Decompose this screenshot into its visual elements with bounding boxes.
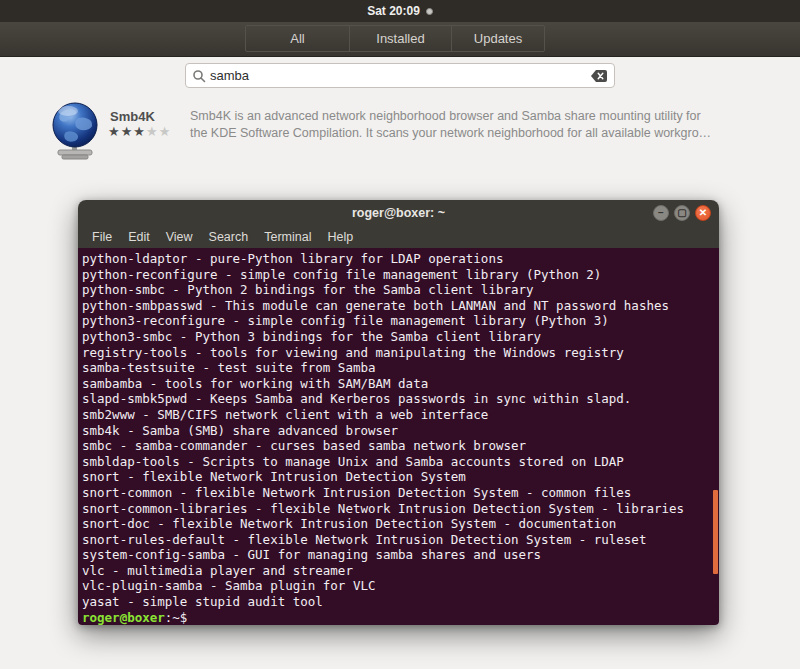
search-input[interactable] xyxy=(206,68,591,83)
terminal-output-line: snort-rules-default - flexible Network I… xyxy=(82,532,719,548)
maximize-button[interactable]: ▢ xyxy=(674,205,690,221)
terminal-output-line: snort-common - flexible Network Intrusio… xyxy=(82,485,719,501)
rating-stars: ★★★★★ xyxy=(108,124,171,139)
star-icon: ★ xyxy=(133,124,146,139)
terminal-output-line: python3-smbc - Python 3 bindings for the… xyxy=(82,329,719,345)
tab-updates[interactable]: Updates xyxy=(451,26,544,51)
view-switcher: AllInstalledUpdates xyxy=(245,25,545,52)
terminal-scrollbar-thumb[interactable] xyxy=(713,490,718,574)
terminal-output-line: python-smbpasswd - This module can gener… xyxy=(82,298,719,314)
tab-installed[interactable]: Installed xyxy=(349,26,451,51)
search-box[interactable] xyxy=(185,63,615,88)
terminal-output-line: slapd-smbk5pwd - Keeps Samba and Kerbero… xyxy=(82,391,719,407)
app-description-line1: Smb4K is an advanced network neighborhoo… xyxy=(190,108,750,125)
menu-file[interactable]: File xyxy=(84,230,120,244)
star-icon: ★ xyxy=(159,124,172,139)
star-icon: ★ xyxy=(121,124,134,139)
desktop: Sat 20:09 AllInstalledUpdates xyxy=(0,0,800,669)
prompt-path-symbol: :~$ xyxy=(165,610,195,625)
terminal-output-line: snort-common-libraries - flexible Networ… xyxy=(82,501,719,517)
terminal-output-line: smbc - samba-commander - curses based sa… xyxy=(82,438,719,454)
app-description-line2: the KDE Software Compilation. It scans y… xyxy=(190,125,750,142)
search-icon xyxy=(192,69,206,83)
terminal-output-line: registry-tools - tools for viewing and m… xyxy=(82,345,719,361)
menu-edit[interactable]: Edit xyxy=(120,230,158,244)
terminal-output-line: sambamba - tools for working with SAM/BA… xyxy=(82,376,719,392)
smb4k-app-icon xyxy=(48,100,102,164)
status-indicator-icon xyxy=(426,8,433,15)
app-description: Smb4K is an advanced network neighborhoo… xyxy=(190,108,750,142)
terminal-prompt: roger@boxer:~$ xyxy=(82,610,719,625)
terminal-output-line: snort - flexible Network Intrusion Detec… xyxy=(82,469,719,485)
search-result-row[interactable]: Smb4K ★★★★★ Smb4K is an advanced network… xyxy=(40,98,770,162)
tab-all[interactable]: All xyxy=(246,26,349,51)
terminal-output-line: smbldap-tools - Scripts to manage Unix a… xyxy=(82,454,719,470)
window-controls: − ▢ ✕ xyxy=(653,205,711,221)
terminal-body[interactable]: python-ldaptor - pure-Python library for… xyxy=(78,248,719,625)
clock: Sat 20:09 xyxy=(367,4,420,18)
app-name: Smb4K xyxy=(110,109,155,124)
terminal-output-line: yasat - simple stupid audit tool xyxy=(82,594,719,610)
terminal-menu-bar: FileEditViewSearchTerminalHelp xyxy=(78,226,719,248)
terminal-output-line: smb2www - SMB/CIFS network client with a… xyxy=(82,407,719,423)
terminal-output-line: python-smbc - Python 2 bindings for the … xyxy=(82,282,719,298)
terminal-window: roger@boxer: ~ − ▢ ✕ FileEditViewSearchT… xyxy=(78,200,719,625)
close-button[interactable]: ✕ xyxy=(695,205,711,221)
star-icon: ★ xyxy=(146,124,159,139)
terminal-title-bar[interactable]: roger@boxer: ~ − ▢ ✕ xyxy=(78,200,719,226)
menu-terminal[interactable]: Terminal xyxy=(256,230,319,244)
minimize-button[interactable]: − xyxy=(653,205,669,221)
terminal-output-line: snort-doc - flexible Network Intrusion D… xyxy=(82,516,719,532)
menu-view[interactable]: View xyxy=(158,230,201,244)
terminal-output-line: vlc - multimedia player and streamer xyxy=(82,563,719,579)
terminal-output-line: python3-reconfigure - simple config file… xyxy=(82,313,719,329)
terminal-output-line: system-config-samba - GUI for managing s… xyxy=(82,547,719,563)
terminal-title: roger@boxer: ~ xyxy=(352,206,445,220)
terminal-output-line: vlc-plugin-samba - Samba plugin for VLC xyxy=(82,578,719,594)
terminal-output-line: python-ldaptor - pure-Python library for… xyxy=(82,251,719,267)
terminal-output-line: smb4k - Samba (SMB) share advanced brows… xyxy=(82,423,719,439)
star-icon: ★ xyxy=(108,124,121,139)
terminal-output-line: python-reconfigure - simple config file … xyxy=(82,267,719,283)
menu-help[interactable]: Help xyxy=(319,230,361,244)
app-header: AllInstalledUpdates xyxy=(0,22,800,57)
terminal-output-line: samba-testsuite - test suite from Samba xyxy=(82,360,719,376)
prompt-user-host: roger@boxer xyxy=(82,610,165,625)
clear-search-icon[interactable] xyxy=(591,70,608,82)
system-top-bar: Sat 20:09 xyxy=(0,0,800,22)
menu-search[interactable]: Search xyxy=(201,230,257,244)
